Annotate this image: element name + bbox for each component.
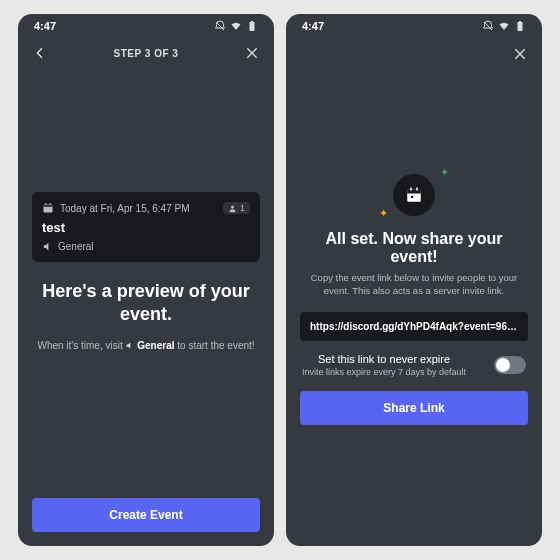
toggle-title: Set this link to never expire	[302, 353, 466, 365]
attendee-count-chip: 1	[223, 202, 250, 214]
wifi-icon	[498, 20, 510, 32]
svg-rect-11	[411, 196, 413, 198]
phone-screen-preview: 4:47 STEP 3 OF 3 Today at Fri, Apr 15, 6…	[18, 14, 274, 546]
close-icon	[512, 46, 528, 62]
svg-rect-6	[519, 21, 521, 22]
calendar-event-icon	[405, 186, 423, 204]
svg-rect-3	[46, 203, 47, 205]
preview-hint: When it's time, visit General to start t…	[32, 329, 260, 363]
status-icons	[482, 20, 526, 32]
share-headline: All set. Now share your event!	[300, 216, 528, 266]
dnd-icon	[482, 20, 494, 32]
svg-rect-0	[251, 21, 253, 22]
svg-rect-8	[407, 190, 421, 194]
never-expire-row: Set this link to never expire Invite lin…	[300, 341, 528, 381]
status-bar: 4:47	[286, 14, 542, 34]
speaker-icon	[42, 241, 53, 252]
event-channel: General	[42, 241, 250, 252]
person-icon	[228, 204, 237, 213]
close-button[interactable]	[510, 44, 530, 64]
battery-icon	[246, 20, 258, 32]
svg-rect-10	[416, 188, 418, 191]
svg-rect-9	[410, 188, 412, 191]
step-indicator: STEP 3 OF 3	[114, 48, 179, 59]
arrow-left-icon	[32, 45, 48, 61]
never-expire-toggle[interactable]	[494, 356, 526, 374]
screen-content: Today at Fri, Apr 15, 6:47 PM 1 test Gen…	[18, 72, 274, 546]
close-button[interactable]	[242, 43, 262, 63]
invite-link-field[interactable]: https://discord.gg/dYhPD4fAqk?event=964.…	[300, 312, 528, 341]
calendar-icon	[42, 202, 54, 214]
event-channel-name: General	[58, 241, 94, 252]
sparkle-icon: ✦	[379, 207, 388, 220]
screen-content: ✦ ✦ All set. Now share your event! Copy …	[286, 34, 542, 546]
back-button[interactable]	[30, 43, 50, 63]
close-icon	[244, 45, 260, 61]
event-title: test	[42, 214, 250, 241]
battery-icon	[514, 20, 526, 32]
clock: 4:47	[34, 20, 56, 32]
hero-icon: ✦ ✦	[393, 174, 435, 216]
share-link-button[interactable]: Share Link	[300, 391, 528, 425]
phone-screen-share: 4:47 ✦ ✦ All set. Now share your event! …	[286, 14, 542, 546]
status-icons	[214, 20, 258, 32]
sparkle-icon: ✦	[440, 166, 449, 179]
svg-rect-2	[44, 205, 53, 208]
speaker-icon	[125, 341, 134, 350]
preview-headline: Here's a preview of your event.	[32, 262, 260, 329]
svg-point-5	[231, 205, 234, 208]
event-datetime: Today at Fri, Apr 15, 6:47 PM	[60, 203, 190, 214]
dnd-icon	[214, 20, 226, 32]
wifi-icon	[230, 20, 242, 32]
attendee-count: 1	[240, 203, 245, 213]
share-description: Copy the event link below to invite peop…	[300, 266, 528, 304]
event-preview-card: Today at Fri, Apr 15, 6:47 PM 1 test Gen…	[32, 192, 260, 262]
create-event-button[interactable]: Create Event	[32, 498, 260, 532]
top-bar: STEP 3 OF 3	[18, 34, 274, 72]
toggle-subtitle: Invite links expire every 7 days by defa…	[302, 365, 466, 377]
clock: 4:47	[302, 20, 324, 32]
status-bar: 4:47	[18, 14, 274, 34]
svg-rect-4	[50, 203, 51, 205]
